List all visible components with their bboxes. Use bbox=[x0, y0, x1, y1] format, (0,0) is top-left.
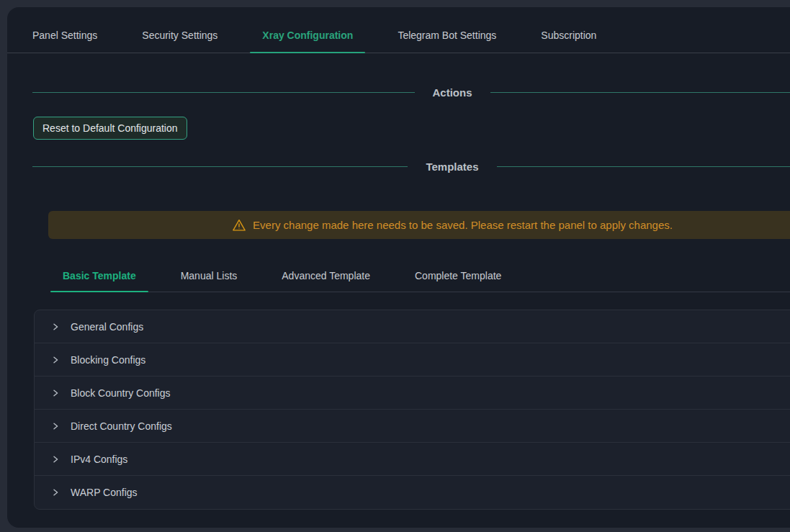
collapse-header-label: Direct Country Configs bbox=[71, 420, 172, 432]
actions-divider: Actions bbox=[32, 85, 790, 100]
templates-divider-label: Templates bbox=[408, 159, 496, 174]
collapse-warp-configs[interactable]: WARP Configs bbox=[35, 476, 790, 509]
divider-line bbox=[490, 92, 790, 93]
templates-divider: Templates bbox=[32, 159, 790, 174]
collapse-header-label: WARP Configs bbox=[71, 487, 138, 498]
collapse-ipv4-configs[interactable]: IPv4 Configs bbox=[35, 443, 790, 476]
tab-panel-settings[interactable]: Panel Settings bbox=[20, 21, 109, 53]
tab-basic-template[interactable]: Basic Template bbox=[50, 263, 148, 292]
tab-subscription[interactable]: Subscription bbox=[529, 21, 609, 53]
chevron-right-icon bbox=[51, 323, 60, 331]
collapse-blocking-configs[interactable]: Blocking Configs bbox=[35, 343, 790, 377]
tab-advanced-template[interactable]: Advanced Template bbox=[269, 263, 382, 292]
collapse-header-label: IPv4 Configs bbox=[71, 454, 127, 465]
divider-line bbox=[32, 166, 408, 167]
collapse-general-configs[interactable]: General Configs bbox=[35, 310, 790, 343]
settings-tab-bar: Panel Settings Security Settings Xray Co… bbox=[7, 21, 790, 53]
divider-line bbox=[497, 166, 790, 167]
chevron-right-icon bbox=[51, 422, 60, 430]
chevron-right-icon bbox=[51, 488, 60, 497]
reset-to-default-button[interactable]: Reset to Default Configuration bbox=[33, 117, 187, 140]
tab-manual-lists[interactable]: Manual Lists bbox=[169, 263, 250, 292]
collapse-block-country-configs[interactable]: Block Country Configs bbox=[35, 377, 790, 410]
tab-complete-template[interactable]: Complete Template bbox=[403, 263, 513, 292]
chevron-right-icon bbox=[51, 389, 60, 397]
chevron-right-icon bbox=[51, 356, 60, 364]
collapse-header-label: Block Country Configs bbox=[71, 387, 171, 399]
warning-banner-text: Every change made here needs to be saved… bbox=[253, 219, 673, 231]
restart-warning-banner: Every change made here needs to be saved… bbox=[48, 211, 790, 239]
chevron-right-icon bbox=[51, 455, 60, 464]
settings-card: Panel Settings Security Settings Xray Co… bbox=[7, 7, 790, 528]
divider-line bbox=[32, 92, 415, 93]
xray-configuration-page: { "colors": { "outer_background": "#272c… bbox=[0, 0, 790, 532]
tab-telegram-bot-settings[interactable]: Telegram Bot Settings bbox=[385, 21, 508, 53]
template-tab-bar: Basic Template Manual Lists Advanced Tem… bbox=[50, 263, 790, 292]
collapse-direct-country-configs[interactable]: Direct Country Configs bbox=[35, 410, 790, 443]
config-collapse-group: General Configs Blocking Configs Block C… bbox=[34, 310, 790, 510]
tab-xray-configuration[interactable]: Xray Configuration bbox=[250, 21, 365, 53]
collapse-header-label: General Configs bbox=[71, 321, 143, 333]
tab-security-settings[interactable]: Security Settings bbox=[130, 21, 230, 53]
warning-triangle-icon bbox=[232, 218, 246, 233]
collapse-header-label: Blocking Configs bbox=[71, 354, 145, 366]
actions-divider-label: Actions bbox=[415, 85, 490, 100]
